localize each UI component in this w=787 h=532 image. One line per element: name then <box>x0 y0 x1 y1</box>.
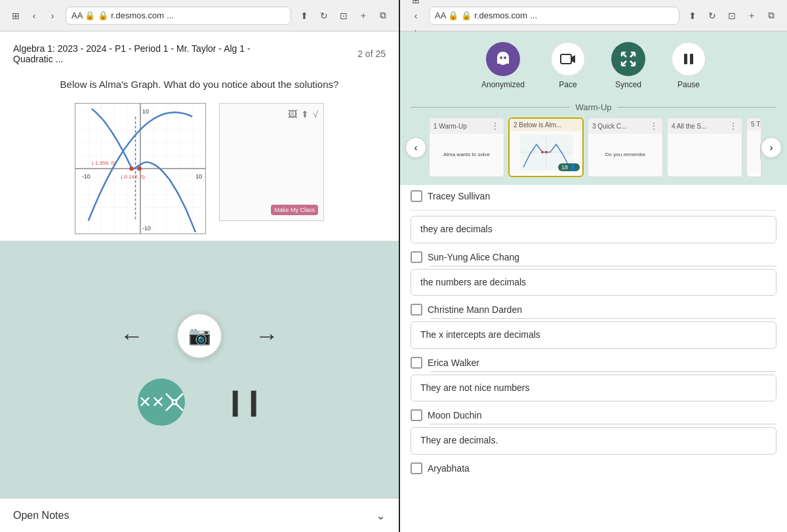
slide-item-5[interactable]: 5 Th... <box>746 117 761 177</box>
svg-text:(-1.358, 0): (-1.358, 0) <box>92 160 116 166</box>
student-name-text-2: Sun-Yung Alice Chang <box>428 252 519 262</box>
url-text-right: r.desmos.com <box>474 10 527 20</box>
svg-rect-40 <box>561 54 571 64</box>
tab-icon-left[interactable]: ⊡ <box>336 8 352 24</box>
student-checkbox-0[interactable] <box>411 190 422 202</box>
page-title: Algebra 1: 2023 - 2024 - P1 - Period 1 -… <box>13 43 275 64</box>
formula-icon: √ <box>313 109 318 119</box>
svg-text:-10: -10 <box>142 225 151 232</box>
copy-icon-left[interactable]: ⧉ <box>375 8 391 24</box>
synced-button[interactable]: Synced <box>611 42 645 89</box>
slide-item-1[interactable]: 1 Warm-Up ⋮ Alma wants to solve <box>429 117 504 177</box>
right-panel: ⊞ ‹ › AA 🔒 🔒 r.desmos.com ... ⬆ ↻ ⊡ ＋ ⧉ <box>400 0 787 532</box>
anonymized-button[interactable]: Anonymized <box>481 42 525 89</box>
activity-question: Below is Alma's Graph. What do you notic… <box>20 77 379 92</box>
slide-header-5: 5 Th... <box>747 118 761 131</box>
response-box-1: they are decimals <box>411 216 777 243</box>
student-name-text-4: Erica Walker <box>428 358 479 368</box>
next-arrow-button[interactable]: → <box>255 322 279 350</box>
camera-button[interactable]: 📷 <box>176 313 222 359</box>
make-my-class-button[interactable]: Make My Class <box>271 205 318 215</box>
slides-next-button[interactable]: › <box>761 137 782 158</box>
response-item-1: they are decimals <box>411 216 777 243</box>
slides-prev-button[interactable]: ‹ <box>405 137 426 158</box>
student-name-text-5: Moon Duchin <box>428 410 482 420</box>
forward-icon-left[interactable]: › <box>45 8 60 24</box>
open-notes-label: Open Notes <box>13 510 69 522</box>
slide-item-4[interactable]: 4 All the S... ⋮ <box>667 117 742 177</box>
response-item-6: Aryabhata <box>411 462 777 474</box>
student-checkbox-6[interactable] <box>411 462 422 474</box>
student-name-4: Erica Walker <box>411 357 777 369</box>
upload-icon: ⬆ <box>301 109 309 119</box>
new-tab-icon-left[interactable]: ＋ <box>355 8 371 24</box>
browser-bar-left: ⊞ ‹ › AA 🔒 🔒 r.desmos.com ... ⬆ ↻ ⊡ ＋ ⧉ <box>0 0 399 31</box>
slide-text-1: Alma wants to solve <box>441 149 493 161</box>
controls-area: ← 📷 → ✕✕ <box>0 241 399 499</box>
student-checkbox-3[interactable] <box>411 304 422 316</box>
synced-icon <box>611 42 645 76</box>
url-prefix-right: AA 🔒 <box>435 10 458 20</box>
sidebar-toggle-icon-right[interactable]: ⊞ <box>408 0 424 8</box>
sidebar-toggle-icon-left[interactable]: ⊞ <box>8 8 24 24</box>
reload-icon-left[interactable]: ↻ <box>316 8 332 24</box>
answer-icons: 🖼 ⬆ √ <box>288 109 318 119</box>
page-header: Algebra 1: 2023 - 2024 - P1 - Period 1 -… <box>0 31 399 71</box>
share-icon-left[interactable]: ⬆ <box>296 8 312 24</box>
prev-arrow-button[interactable]: ← <box>120 322 144 350</box>
slide-body-4 <box>668 134 742 176</box>
slide-text-3: Do you remembe <box>603 149 648 161</box>
svg-point-38 <box>500 56 502 59</box>
graph-area: 10 -10 10 -10 <box>20 103 379 234</box>
bottom-controls: ✕✕ ❙❙ <box>138 379 261 426</box>
slide-body-1: Alma wants to solve <box>430 134 504 176</box>
slide-menu-3[interactable]: ⋮ <box>649 121 658 131</box>
url-bar-left[interactable]: AA 🔒 🔒 r.desmos.com ... <box>66 7 291 25</box>
svg-text:10: 10 <box>195 173 202 179</box>
url-bar-right[interactable]: AA 🔒 🔒 r.desmos.com ... <box>429 7 679 25</box>
back-icon-left[interactable]: ‹ <box>26 8 42 24</box>
share-icon-right[interactable]: ⬆ <box>685 8 700 24</box>
response-item-0: Tracey Sullivan <box>411 190 777 202</box>
svg-rect-55 <box>690 54 693 64</box>
slide-menu-1[interactable]: ⋮ <box>491 121 500 131</box>
slide-menu-4[interactable]: ⋮ <box>729 121 738 131</box>
back-icon-right[interactable]: ‹ <box>408 8 424 24</box>
slide-item-3[interactable]: 3 Quick C... ⋮ Do you remembe <box>588 117 663 177</box>
anonymized-label: Anonymized <box>481 80 525 89</box>
response-text-3: The x intercepts are decimals <box>420 329 540 340</box>
pause-toolbar-button[interactable]: Pause <box>672 42 706 89</box>
response-item-3: Christine Mann Darden The x intercepts a… <box>411 304 777 349</box>
student-name-6: Aryabhata <box>411 462 777 474</box>
arrows-compress-icon <box>165 392 184 412</box>
compress-button[interactable]: ✕✕ <box>138 379 185 426</box>
reload-icon-right[interactable]: ↻ <box>704 8 720 24</box>
response-text-2: the numbers are decimals <box>420 277 526 287</box>
response-text-4: They are not nice numbers <box>420 382 530 393</box>
tab-icon-right[interactable]: ⊡ <box>724 8 740 24</box>
svg-line-29 <box>176 394 183 400</box>
warmup-section: Warm-Up ‹ 1 Warm-Up ⋮ Alma wants to solv… <box>400 102 787 185</box>
pause-button[interactable]: ❙❙ <box>224 388 261 417</box>
student-checkbox-4[interactable] <box>411 357 422 369</box>
student-checkbox-5[interactable] <box>411 409 422 421</box>
slide-body-5 <box>747 131 761 173</box>
pause-toolbar-icon <box>672 42 706 76</box>
svg-point-59 <box>541 151 544 153</box>
new-tab-icon-right[interactable]: ＋ <box>744 8 759 24</box>
ghost-icon <box>494 50 512 68</box>
slide-item-2[interactable]: 2 Below is Alm... 18 <box>508 117 584 177</box>
student-name-text-3: Christine Mann Darden <box>428 304 522 315</box>
pace-button[interactable]: Pace <box>551 42 585 89</box>
svg-line-28 <box>166 394 172 400</box>
copy-icon-right[interactable]: ⧉ <box>763 8 779 24</box>
student-name-2: Sun-Yung Alice Chang <box>411 251 777 263</box>
pace-icon <box>551 42 585 76</box>
open-notes-bar[interactable]: Open Notes ⌄ <box>0 498 399 532</box>
student-checkbox-2[interactable] <box>411 251 422 263</box>
slides-container: 1 Warm-Up ⋮ Alma wants to solve 2 Below … <box>426 117 761 177</box>
student-icon-2: 👤 <box>569 164 576 171</box>
synced-label: Synced <box>615 80 641 89</box>
student-count-2: 18 <box>561 164 568 171</box>
teacher-toolbar: Anonymized Pace <box>400 31 787 102</box>
